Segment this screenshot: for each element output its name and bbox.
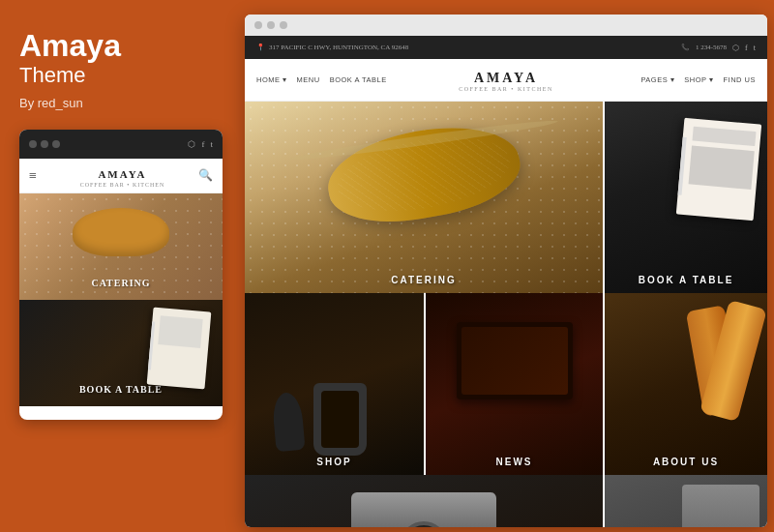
news-cell[interactable]: NEWS — [426, 293, 603, 475]
phone-icon: 📞 — [681, 44, 690, 51]
book-spine — [148, 322, 155, 370]
nav-find-us[interactable]: FIND US — [724, 75, 757, 84]
device-dot-2 — [41, 140, 48, 148]
news-label: NEWS — [426, 449, 603, 475]
nav-links-right: PAGES ▾ SHOP ▾ FIND US — [640, 59, 767, 101]
browser-dot-2 — [267, 21, 275, 29]
book-image-decor — [147, 308, 212, 390]
device-mockup: ⬡ f t ≡ AMAYA COFFEE BAR • KITCHEN 🔍 CAT… — [19, 130, 223, 420]
browser-mockup: 📍 317 PACIFIC C HWY, HUNTINGTON, CA 9264… — [245, 15, 767, 527]
nav-home[interactable]: HOME ▾ — [256, 75, 287, 84]
book-decoration — [676, 118, 761, 222]
catering-label: CATERING — [245, 267, 603, 293]
browser-dot-3 — [280, 21, 287, 29]
shop-cell[interactable]: SHOP — [245, 293, 424, 475]
book-image-area — [689, 145, 755, 190]
grid-row-1: CATERING BOOK A TABLE — [245, 102, 767, 293]
nav-shop[interactable]: SHOP ▾ — [684, 75, 713, 84]
address-text: 317 PACIFIC C HWY, HUNTINGTON, CA 92648 — [269, 44, 408, 51]
nav-menu[interactable]: MENU — [297, 75, 320, 84]
facebook-icon: f — [201, 139, 204, 149]
twitter-icon: t — [754, 44, 756, 52]
browser-titlebar — [245, 15, 767, 36]
grid-row-3 — [245, 475, 767, 527]
theme-title: Amaya — [19, 29, 221, 63]
device-dot-3 — [52, 140, 60, 148]
device-dot-1 — [29, 140, 37, 148]
device-nav: ≡ AMAYA COFFEE BAR • KITCHEN 🔍 — [19, 159, 223, 193]
grid-row-2: SHOP NEWS ABOUT US — [245, 293, 767, 475]
device-logo: AMAYA — [98, 168, 146, 180]
machine-detail — [682, 485, 759, 527]
instagram-icon: ⬡ — [188, 139, 195, 149]
theme-author: By red_sun — [19, 96, 221, 110]
coffee-pour — [271, 392, 305, 452]
theme-subtitle: Theme — [19, 63, 221, 88]
site-topbar: 📍 317 PACIFIC C HWY, HUNTINGTON, CA 9264… — [245, 36, 767, 59]
device-social-icons: ⬡ f t — [188, 139, 213, 149]
nav-book[interactable]: BOOK A TABLE — [330, 75, 387, 84]
book-line-1 — [692, 127, 756, 147]
device-book-label: BOOK A TABLE — [79, 384, 163, 395]
site-logo-sub: COFFEE BAR • KITCHEN — [459, 86, 553, 92]
bread-decor-small — [73, 208, 169, 256]
about-us-cell[interactable]: ABOUT US — [605, 293, 767, 475]
topbar-left: 📍 317 PACIFIC C HWY, HUNTINGTON, CA 9264… — [256, 44, 408, 51]
nav-pages[interactable]: PAGES ▾ — [640, 75, 674, 84]
brownie-decoration — [457, 322, 573, 399]
phone-text: 1 234-5678 — [696, 44, 727, 51]
facebook-icon: f — [745, 44, 748, 52]
device-search-icon: 🔍 — [198, 168, 213, 183]
instagram-icon: ⬡ — [732, 44, 739, 52]
browser-dot-1 — [254, 21, 262, 29]
topbar-right: 📞 1 234-5678 ⬡ f t — [681, 44, 756, 52]
device-logo-sub: COFFEE BAR • KITCHEN — [46, 182, 198, 188]
device-book-section: BOOK A TABLE — [19, 300, 223, 406]
device-top-bar: ⬡ f t — [19, 130, 223, 159]
twitter-icon: t — [210, 139, 213, 149]
book-table-label: BOOK A TABLE — [605, 267, 767, 293]
book-page-decor — [158, 315, 202, 348]
device-catering-section: CATERING — [19, 193, 223, 300]
catering-cell[interactable]: CATERING — [245, 102, 603, 293]
about-us-label: ABOUT US — [605, 449, 767, 475]
shop-label: SHOP — [245, 449, 424, 475]
left-panel: Amaya Theme By red_sun ⬡ f t ≡ AMAYA COF… — [0, 0, 240, 532]
site-logo: AMAYA — [459, 71, 553, 85]
bottom-left-cell[interactable] — [245, 475, 603, 527]
location-icon: 📍 — [256, 44, 265, 51]
coffee-decoration — [313, 383, 367, 456]
bottom-right-cell[interactable] — [605, 475, 767, 527]
hamburger-icon: ≡ — [29, 168, 37, 184]
site-logo-container: AMAYA COFFEE BAR • KITCHEN — [459, 69, 553, 92]
book-a-table-cell[interactable]: BOOK A TABLE — [605, 102, 767, 293]
site-nav: HOME ▾ MENU BOOK A TABLE AMAYA COFFEE BA… — [245, 59, 767, 102]
nav-links-left: HOME ▾ MENU BOOK A TABLE — [245, 59, 387, 101]
